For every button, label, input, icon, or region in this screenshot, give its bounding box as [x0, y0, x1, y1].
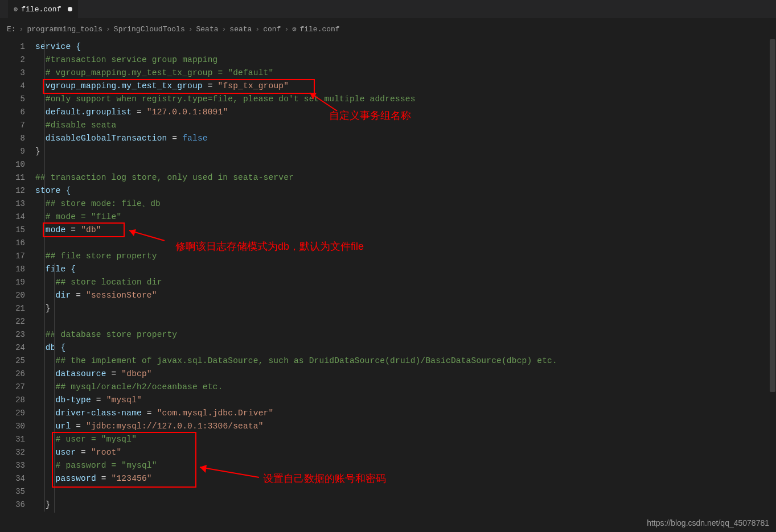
code-line: # password = "mysql" [35, 459, 776, 472]
breadcrumb-item[interactable]: SpringCloudTools [114, 25, 185, 34]
watermark-text: https://blog.csdn.net/qq_45078781 [647, 518, 769, 527]
tab-bar: ⚙ file.conf [0, 0, 776, 19]
unsaved-dot-icon [68, 7, 72, 11]
code-line: vgroup_mapping.my_test_tx_group = "fsp_t… [35, 80, 776, 93]
code-line [35, 237, 776, 250]
code-line: disableGlobalTransaction = false [35, 132, 776, 145]
line-number: 3 [0, 67, 35, 80]
line-number: 11 [0, 171, 35, 184]
chevron-right-icon: › [284, 25, 289, 34]
code-line: dir = "sessionStore" [35, 289, 776, 302]
gear-icon: ⚙ [14, 5, 18, 14]
line-number: 15 [0, 224, 35, 237]
line-number: 19 [0, 276, 35, 289]
line-number: 18 [0, 263, 35, 276]
line-number: 30 [0, 420, 35, 433]
code-line: url = "jdbc:mysql://127.0.0.1:3306/seata… [35, 420, 776, 433]
line-number: 2 [0, 53, 35, 67]
line-number: 28 [0, 394, 35, 407]
line-number: 6 [0, 106, 35, 119]
line-number: 29 [0, 407, 35, 420]
line-number: 20 [0, 289, 35, 302]
line-number: 21 [0, 302, 35, 315]
code-line: file { [35, 263, 776, 276]
code-line: } [35, 302, 776, 315]
breadcrumb-item[interactable]: E: [7, 25, 16, 34]
line-number: 16 [0, 237, 35, 250]
line-number: 17 [0, 250, 35, 263]
line-number: 25 [0, 354, 35, 368]
code-editor[interactable]: service { #transaction service group map… [35, 39, 776, 512]
code-line: #disable seata [35, 119, 776, 132]
code-line: ## database store property [35, 328, 776, 341]
code-line [35, 485, 776, 498]
code-line: service { [35, 40, 776, 53]
line-number: 7 [0, 119, 35, 132]
code-line [35, 315, 776, 328]
code-line: # vgroup_mapping.my_test_tx_group = "def… [35, 67, 776, 80]
line-number: 27 [0, 381, 35, 394]
line-number: 1 [0, 40, 35, 53]
chevron-right-icon: › [188, 25, 193, 34]
code-line: # mode = "file" [35, 211, 776, 224]
code-line: password = "123456" [35, 472, 776, 485]
chevron-right-icon: › [255, 25, 260, 34]
code-line: ## store mode: file、db [35, 197, 776, 211]
line-number: 33 [0, 459, 35, 472]
breadcrumb-item[interactable]: conf [263, 25, 281, 34]
code-line [35, 158, 776, 171]
line-number: 22 [0, 315, 35, 328]
line-number: 5 [0, 93, 35, 106]
line-number: 24 [0, 341, 35, 354]
indent-guide [54, 263, 55, 513]
chevron-right-icon: › [222, 25, 227, 34]
code-line: store { [35, 184, 776, 197]
line-number: 36 [0, 498, 35, 512]
code-line: db-type = "mysql" [35, 394, 776, 407]
tab-label: file.conf [21, 5, 61, 14]
line-number: 8 [0, 132, 35, 145]
scrollbar-thumb[interactable] [770, 39, 775, 392]
chevron-right-icon: › [106, 25, 110, 34]
breadcrumb-item[interactable]: programming_tools [27, 25, 102, 34]
line-number: 26 [0, 368, 35, 381]
editor-area[interactable]: 1 2 3 4 5 6 7 8 9 10 11 12 13 14 15 16 1… [0, 39, 776, 532]
breadcrumb-item[interactable]: Seata [196, 25, 219, 34]
code-line: ## mysql/oracle/h2/oceanbase etc. [35, 381, 776, 394]
code-line: db { [35, 341, 776, 354]
code-line: #transaction service group mapping [35, 53, 776, 67]
indent-guide [44, 40, 45, 512]
line-number-gutter: 1 2 3 4 5 6 7 8 9 10 11 12 13 14 15 16 1… [0, 39, 35, 512]
code-line: } [35, 145, 776, 158]
code-line: ## transaction log store, only used in s… [35, 171, 776, 184]
code-line: default.grouplist = "127.0.0.1:8091" [35, 106, 776, 119]
breadcrumb: E: › programming_tools › SpringCloudTool… [0, 19, 776, 39]
code-line: driver-class-name = "com.mysql.jdbc.Driv… [35, 407, 776, 420]
code-line: ## store location dir [35, 276, 776, 289]
editor-window: ⚙ file.conf E: › programming_tools › Spr… [0, 0, 776, 532]
line-number: 35 [0, 485, 35, 498]
line-number: 12 [0, 184, 35, 197]
code-line: } [35, 498, 776, 512]
code-line: ## file store property [35, 250, 776, 263]
line-number: 32 [0, 446, 35, 459]
line-number: 10 [0, 158, 35, 171]
vertical-scrollbar[interactable] [769, 39, 776, 532]
breadcrumb-leaf[interactable]: file.conf [299, 25, 339, 34]
line-number: 9 [0, 145, 35, 158]
chevron-right-icon: › [19, 25, 24, 34]
code-line: user = "root" [35, 446, 776, 459]
line-number: 23 [0, 328, 35, 341]
line-number: 34 [0, 472, 35, 485]
code-line: mode = "db" [35, 224, 776, 237]
tab-file-conf[interactable]: ⚙ file.conf [8, 0, 79, 18]
gear-icon: ⚙ [292, 25, 296, 34]
code-line: #only support when registry.type=file, p… [35, 93, 776, 106]
code-line: # user = "mysql" [35, 433, 776, 446]
line-number: 13 [0, 197, 35, 211]
line-number: 31 [0, 433, 35, 446]
line-number: 4 [0, 80, 35, 93]
code-line: datasource = "dbcp" [35, 368, 776, 381]
breadcrumb-item[interactable]: seata [229, 25, 252, 34]
line-number: 14 [0, 211, 35, 224]
